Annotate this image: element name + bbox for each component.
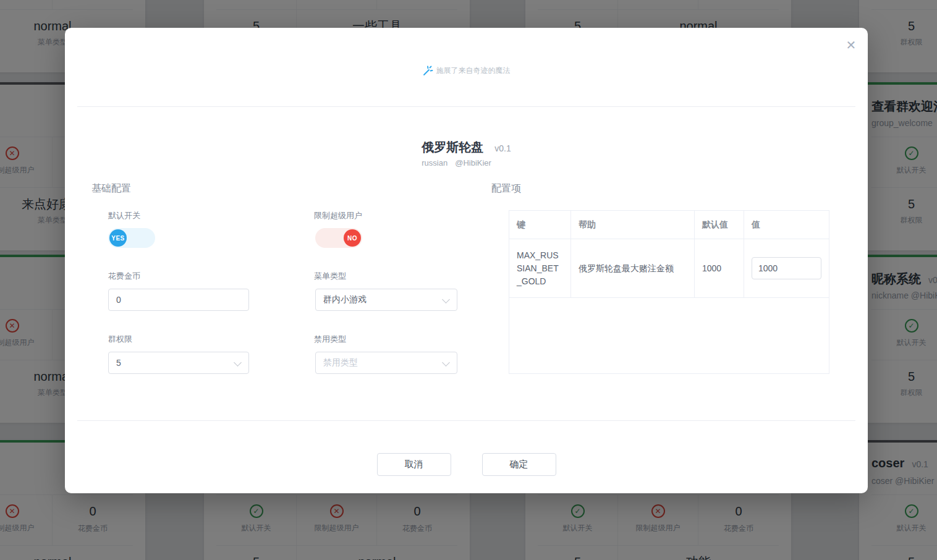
default-switch-toggle[interactable]: YES — [108, 228, 155, 248]
cost-gold-label: 花费金币 — [108, 271, 140, 282]
table-row: MAX_RUSSIAN_BET_GOLD 俄罗斯轮盘最大赌注金额 1000 — [509, 239, 829, 298]
toggle-knob: NO — [344, 229, 361, 247]
plugin-title: 俄罗斯轮盘 — [422, 140, 483, 154]
config-value-input[interactable] — [752, 257, 821, 279]
config-items-table: 键 帮助 默认值 值 MAX_RUSSIAN_BET_GOLD 俄罗斯轮盘最大赌… — [509, 210, 829, 374]
dialog-hint-text: 施展了来自奇迹的魔法 — [436, 66, 511, 76]
table-header-row: 键 帮助 默认值 值 — [509, 211, 829, 239]
block-type-select[interactable]: 禁用类型 — [315, 352, 457, 374]
confirm-button[interactable]: 确定 — [482, 453, 556, 476]
config-items-heading: 配置项 — [491, 182, 521, 196]
plugin-title-block: 俄罗斯轮盘v0.1 russian@HibiKier — [65, 139, 868, 168]
default-switch-label: 默认开关 — [108, 210, 140, 221]
cost-gold-input[interactable] — [108, 289, 249, 311]
cell-key: MAX_RUSSIAN_BET_GOLD — [509, 239, 571, 297]
block-type-label: 禁用类型 — [314, 334, 346, 345]
magic-wand-icon — [423, 66, 433, 76]
chevron-down-icon — [234, 358, 242, 367]
block-type-placeholder: 禁用类型 — [323, 357, 358, 368]
toggle-knob: YES — [109, 229, 127, 247]
plugin-module: russian — [422, 158, 447, 168]
footer-divider — [77, 420, 855, 421]
plugin-author: @HibiKier — [455, 158, 491, 168]
limit-superuser-toggle[interactable]: NO — [315, 228, 362, 248]
col-value: 值 — [744, 211, 829, 239]
cell-value — [744, 239, 829, 297]
close-icon[interactable]: ✕ — [843, 37, 859, 53]
col-key: 键 — [509, 211, 571, 239]
chevron-down-icon — [442, 358, 450, 367]
group-level-select[interactable]: 5 — [108, 352, 249, 374]
menu-type-value: 群内小游戏 — [323, 294, 367, 305]
limit-superuser-label: 限制超级用户 — [314, 210, 362, 221]
group-level-label: 群权限 — [108, 334, 132, 345]
chevron-down-icon — [442, 295, 450, 303]
basic-config-heading: 基础配置 — [91, 182, 131, 196]
header-divider — [77, 106, 855, 107]
plugin-settings-dialog: ✕ 施展了来自奇迹的魔法 俄罗斯轮盘v0.1 russian@HibiKier … — [65, 28, 868, 493]
col-default: 默认值 — [695, 211, 744, 239]
cell-default: 1000 — [695, 239, 744, 297]
plugin-version: v0.1 — [494, 143, 511, 153]
menu-type-select[interactable]: 群内小游戏 — [315, 289, 457, 311]
group-level-value: 5 — [116, 358, 121, 368]
menu-type-label: 菜单类型 — [314, 271, 346, 282]
cell-help: 俄罗斯轮盘最大赌注金额 — [571, 239, 695, 297]
cancel-button[interactable]: 取消 — [377, 453, 451, 476]
dialog-hint: 施展了来自奇迹的魔法 — [65, 65, 868, 76]
col-help: 帮助 — [571, 211, 695, 239]
